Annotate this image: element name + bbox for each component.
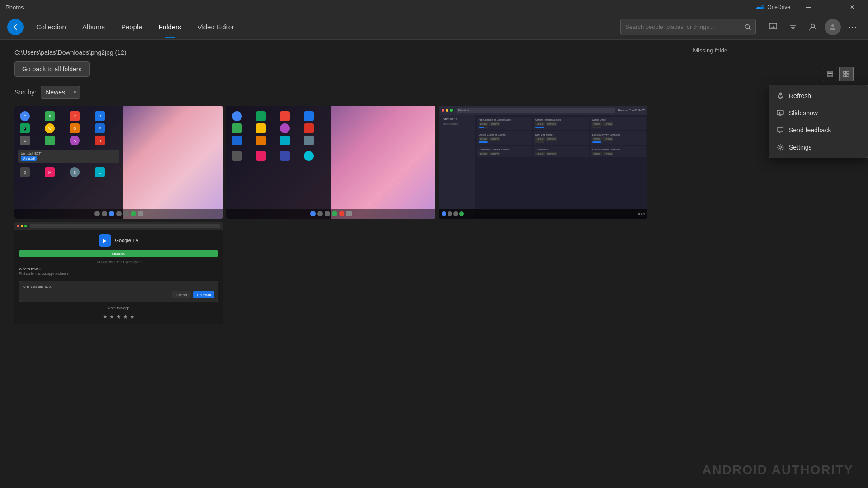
- chrome-icon: C: [20, 111, 30, 121]
- tab-video-editor[interactable]: Video Editor: [190, 19, 241, 34]
- photo-grid: C F Y M 📱 W G P S T A R Uninst: [14, 106, 647, 324]
- menu-item-send-feedback[interactable]: Send feedback: [769, 122, 868, 139]
- svg-rect-14: [844, 71, 846, 74]
- taskbar-dot-3: [109, 211, 114, 216]
- context-menu: Refresh Slideshow Send feedback: [769, 85, 868, 158]
- app-launcher-overlay: C F Y M 📱 W G P S T A R Uninst: [14, 106, 123, 219]
- sort-area: Sort by: Newest Oldest A-Z ▾: [14, 86, 854, 99]
- photo-thumb-2[interactable]: [226, 106, 435, 219]
- back-button[interactable]: [7, 19, 24, 35]
- app-icons-2b: [230, 149, 327, 163]
- star-rating: ★ ★ ★ ★ ★: [103, 314, 135, 320]
- whats-new-section: What's new × Find content across apps an…: [19, 267, 218, 277]
- ext-card-9: SafeSearch VPN Extension Details Remove: [590, 146, 646, 157]
- app2-icon-9: [232, 136, 242, 145]
- app2-icon-7: [280, 123, 290, 133]
- app-icon-3: Y: [70, 111, 80, 121]
- app-icon-8: P: [95, 123, 105, 133]
- menu-item-slideshow[interactable]: Slideshow: [769, 104, 868, 122]
- app-icon-6: W: [45, 123, 55, 133]
- photo-thumb-4[interactable]: ▶ Google TV Installed This app will use …: [14, 222, 223, 324]
- files-icon: F: [45, 111, 55, 121]
- svg-point-10: [831, 24, 834, 27]
- taskbar: [14, 209, 223, 219]
- app2-icon-13: [232, 151, 242, 161]
- svg-rect-17: [847, 75, 849, 77]
- tab-albums[interactable]: Albums: [75, 19, 112, 34]
- view-toggle: [823, 67, 854, 81]
- filter-button[interactable]: [785, 19, 801, 35]
- ext-grid: App Guidance for Chrome Store Details Re…: [477, 117, 646, 157]
- t2-dot-1: [310, 211, 316, 216]
- grid-view-icon: [843, 71, 849, 77]
- navbar: Collection Albums People Folders Video E…: [0, 14, 868, 40]
- app2-icon-10: [256, 136, 266, 145]
- more-button[interactable]: ···: [844, 19, 861, 35]
- app-icon-9: S: [20, 136, 30, 145]
- svg-line-3: [749, 28, 751, 30]
- close-button[interactable]: ✕: [842, 0, 863, 14]
- import-button[interactable]: [765, 19, 781, 35]
- cancel-dialog-btn[interactable]: Cancel: [172, 291, 191, 298]
- app-icon-7: G: [70, 123, 80, 133]
- svg-rect-13: [827, 75, 833, 77]
- app-icons-2: [230, 109, 327, 147]
- t3-dot-2: [448, 211, 452, 216]
- ext-card-6: SafeSearch VPN Extension Details Remove: [590, 131, 646, 145]
- ext-sidebar: Extensions Report Abuse: [439, 115, 475, 219]
- app2-icon-14: [256, 151, 266, 161]
- tab-folders[interactable]: Folders: [151, 19, 189, 34]
- watermark: ANDROID AUTHORITY: [702, 463, 854, 477]
- back-to-folders-button[interactable]: Go back to all folders: [14, 61, 90, 77]
- app-icon-12: R: [95, 136, 105, 145]
- install-btn: Installed: [19, 250, 218, 257]
- list-view-button[interactable]: [823, 67, 837, 81]
- ext-card-5: Dark Web Monitor Details Remove: [533, 131, 589, 145]
- photo-thumb-3[interactable]: Extensions Remove TrustBullet™ Extension…: [439, 106, 647, 219]
- ext-card-3: Google Office Details Remove: [590, 117, 646, 130]
- sort-select[interactable]: Newest Oldest A-Z: [41, 86, 80, 99]
- app2-icon-5: [232, 123, 242, 133]
- chrome-window: Extensions Remove TrustBullet™ Extension…: [439, 106, 647, 219]
- uninstall-dialog: Uninstall this app? Cancel Uninstall: [19, 281, 218, 302]
- settings-icon: [776, 143, 784, 151]
- app-launcher-overlay-2: [226, 106, 331, 219]
- titlebar-left: Photos: [5, 4, 24, 11]
- nav-icons: ···: [765, 19, 861, 35]
- taskbar-dot-6: [131, 211, 136, 216]
- search-input[interactable]: [625, 23, 741, 30]
- app-icon-5: 📱: [20, 123, 30, 133]
- tab-people[interactable]: People: [114, 19, 150, 34]
- photo-thumb-1[interactable]: C F Y M 📱 W G P S T A R Uninst: [14, 106, 223, 219]
- ext-card-1: App Guidance for Chrome Store Details Re…: [477, 117, 532, 130]
- app2-icon-11: [280, 136, 290, 145]
- menu-item-settings[interactable]: Settings: [769, 139, 868, 156]
- tab-collection[interactable]: Collection: [29, 19, 73, 34]
- maximize-button[interactable]: □: [820, 0, 841, 14]
- app-icon-11: A: [70, 136, 80, 145]
- taskbar-dot-5: [123, 211, 129, 216]
- avatar[interactable]: [825, 19, 841, 35]
- t2-dot-3: [325, 211, 330, 216]
- titlebar: Photos OneDrive — □ ✕: [0, 0, 868, 14]
- ext-layout: Extensions Report Abuse App Guidance for…: [439, 115, 647, 219]
- uninstall-dialog-btn[interactable]: Uninstall: [193, 291, 215, 298]
- google-tv-label: Google TV: [115, 238, 138, 243]
- person-button[interactable]: [805, 19, 821, 35]
- app2-icon-16: [304, 151, 314, 161]
- onedrive-icon: [756, 5, 764, 10]
- app-icon-15: S: [70, 167, 80, 177]
- t3-dot-3: [453, 211, 458, 216]
- app-icons-row2: D M S L: [18, 165, 119, 179]
- avatar-icon: [828, 23, 837, 32]
- grid-view-button[interactable]: [839, 67, 854, 81]
- list-view-icon: [827, 71, 833, 77]
- taskbar-dot-4: [116, 211, 122, 216]
- svg-rect-1: [756, 7, 761, 9]
- onedrive-label: OneDrive: [767, 4, 790, 10]
- minimize-button[interactable]: —: [798, 0, 819, 14]
- menu-item-refresh[interactable]: Refresh: [769, 87, 868, 104]
- app2-icon-8: [304, 123, 314, 133]
- back-arrow-icon: [12, 23, 19, 31]
- search-bar[interactable]: [620, 19, 756, 35]
